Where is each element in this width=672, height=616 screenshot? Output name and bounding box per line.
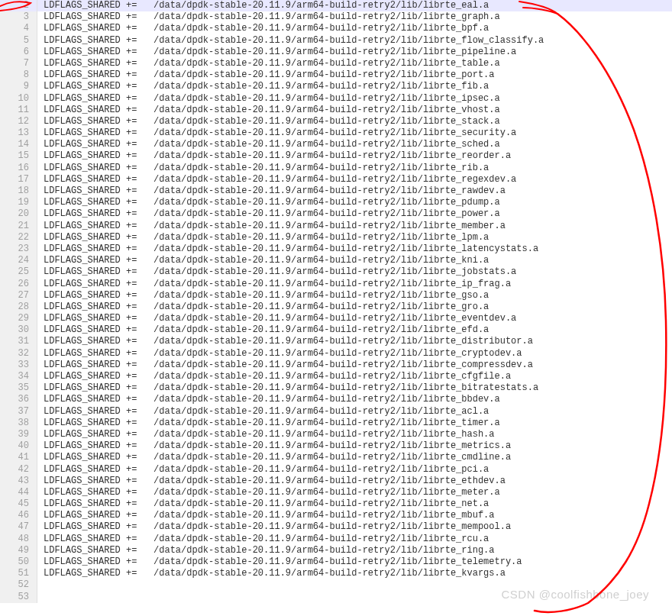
code-line[interactable]: 27LDFLAGS_SHARED += /data/dpdk-stable-20…	[0, 290, 672, 302]
code-text[interactable]: LDFLAGS_SHARED += /data/dpdk-stable-20.1…	[37, 324, 672, 336]
code-line[interactable]: 16LDFLAGS_SHARED += /data/dpdk-stable-20…	[0, 163, 672, 174]
code-text[interactable]: LDFLAGS_SHARED += /data/dpdk-stable-20.1…	[37, 243, 672, 255]
code-line[interactable]: 17LDFLAGS_SHARED += /data/dpdk-stable-20…	[0, 174, 672, 185]
code-text[interactable]: LDFLAGS_SHARED += /data/dpdk-stable-20.1…	[37, 336, 672, 347]
code-line[interactable]: 9LDFLAGS_SHARED += /data/dpdk-stable-20.…	[0, 81, 672, 92]
code-text[interactable]: LDFLAGS_SHARED += /data/dpdk-stable-20.1…	[37, 534, 672, 545]
code-text[interactable]: LDFLAGS_SHARED += /data/dpdk-stable-20.1…	[37, 464, 672, 476]
code-line[interactable]: 2LDFLAGS_SHARED += /data/dpdk-stable-20.…	[0, 0, 672, 11]
code-line[interactable]: 48LDFLAGS_SHARED += /data/dpdk-stable-20…	[0, 534, 672, 545]
code-text[interactable]: LDFLAGS_SHARED += /data/dpdk-stable-20.1…	[37, 93, 672, 105]
code-line[interactable]: 51LDFLAGS_SHARED += /data/dpdk-stable-20…	[0, 568, 672, 579]
code-line[interactable]: 24LDFLAGS_SHARED += /data/dpdk-stable-20…	[0, 255, 672, 266]
code-text[interactable]: LDFLAGS_SHARED += /data/dpdk-stable-20.1…	[37, 150, 672, 162]
code-line[interactable]: 49LDFLAGS_SHARED += /data/dpdk-stable-20…	[0, 545, 672, 556]
code-text[interactable]: LDFLAGS_SHARED += /data/dpdk-stable-20.1…	[37, 487, 672, 498]
code-text[interactable]: LDFLAGS_SHARED += /data/dpdk-stable-20.1…	[37, 429, 672, 440]
code-text[interactable]: LDFLAGS_SHARED += /data/dpdk-stable-20.1…	[37, 545, 672, 556]
code-line[interactable]: 53	[0, 592, 672, 603]
code-line[interactable]: 45LDFLAGS_SHARED += /data/dpdk-stable-20…	[0, 498, 672, 510]
code-text[interactable]: LDFLAGS_SHARED += /data/dpdk-stable-20.1…	[37, 232, 672, 243]
code-line[interactable]: 23LDFLAGS_SHARED += /data/dpdk-stable-20…	[0, 243, 672, 255]
code-text[interactable]: LDFLAGS_SHARED += /data/dpdk-stable-20.1…	[37, 58, 672, 69]
code-line[interactable]: 43LDFLAGS_SHARED += /data/dpdk-stable-20…	[0, 476, 672, 487]
code-line[interactable]: 21LDFLAGS_SHARED += /data/dpdk-stable-20…	[0, 221, 672, 232]
code-line[interactable]: 31LDFLAGS_SHARED += /data/dpdk-stable-20…	[0, 336, 672, 347]
code-line[interactable]: 33LDFLAGS_SHARED += /data/dpdk-stable-20…	[0, 360, 672, 371]
code-text[interactable]: LDFLAGS_SHARED += /data/dpdk-stable-20.1…	[37, 498, 672, 510]
code-text[interactable]	[37, 579, 672, 591]
code-line[interactable]: 38LDFLAGS_SHARED += /data/dpdk-stable-20…	[0, 418, 672, 429]
code-text[interactable]: LDFLAGS_SHARED += /data/dpdk-stable-20.1…	[37, 476, 672, 487]
code-text[interactable]: LDFLAGS_SHARED += /data/dpdk-stable-20.1…	[37, 452, 672, 463]
code-line[interactable]: 28LDFLAGS_SHARED += /data/dpdk-stable-20…	[0, 302, 672, 313]
code-text[interactable]: LDFLAGS_SHARED += /data/dpdk-stable-20.1…	[37, 279, 672, 290]
code-line[interactable]: 47LDFLAGS_SHARED += /data/dpdk-stable-20…	[0, 521, 672, 533]
code-text[interactable]: LDFLAGS_SHARED += /data/dpdk-stable-20.1…	[37, 35, 672, 47]
code-text[interactable]: LDFLAGS_SHARED += /data/dpdk-stable-20.1…	[37, 348, 672, 360]
code-text[interactable]: LDFLAGS_SHARED += /data/dpdk-stable-20.1…	[37, 105, 672, 116]
code-text[interactable]: LDFLAGS_SHARED += /data/dpdk-stable-20.1…	[37, 313, 672, 324]
code-text[interactable]: LDFLAGS_SHARED += /data/dpdk-stable-20.1…	[37, 0, 672, 11]
code-line[interactable]: 25LDFLAGS_SHARED += /data/dpdk-stable-20…	[0, 266, 672, 278]
code-line[interactable]: 34LDFLAGS_SHARED += /data/dpdk-stable-20…	[0, 371, 672, 382]
code-line[interactable]: 26LDFLAGS_SHARED += /data/dpdk-stable-20…	[0, 279, 672, 290]
code-line[interactable]: 19LDFLAGS_SHARED += /data/dpdk-stable-20…	[0, 197, 672, 208]
code-text[interactable]	[37, 592, 672, 603]
code-line[interactable]: 3LDFLAGS_SHARED += /data/dpdk-stable-20.…	[0, 11, 672, 23]
code-line[interactable]: 30LDFLAGS_SHARED += /data/dpdk-stable-20…	[0, 324, 672, 336]
code-line[interactable]: 40LDFLAGS_SHARED += /data/dpdk-stable-20…	[0, 440, 672, 452]
code-line[interactable]: 37LDFLAGS_SHARED += /data/dpdk-stable-20…	[0, 406, 672, 418]
code-text[interactable]: LDFLAGS_SHARED += /data/dpdk-stable-20.1…	[37, 208, 672, 220]
code-text[interactable]: LDFLAGS_SHARED += /data/dpdk-stable-20.1…	[37, 510, 672, 521]
code-text[interactable]: LDFLAGS_SHARED += /data/dpdk-stable-20.1…	[37, 221, 672, 232]
code-line[interactable]: 46LDFLAGS_SHARED += /data/dpdk-stable-20…	[0, 510, 672, 521]
code-line[interactable]: 29LDFLAGS_SHARED += /data/dpdk-stable-20…	[0, 313, 672, 324]
code-text[interactable]: LDFLAGS_SHARED += /data/dpdk-stable-20.1…	[37, 139, 672, 150]
code-text[interactable]: LDFLAGS_SHARED += /data/dpdk-stable-20.1…	[37, 360, 672, 371]
code-text[interactable]: LDFLAGS_SHARED += /data/dpdk-stable-20.1…	[37, 406, 672, 418]
code-line[interactable]: 10LDFLAGS_SHARED += /data/dpdk-stable-20…	[0, 93, 672, 105]
code-text[interactable]: LDFLAGS_SHARED += /data/dpdk-stable-20.1…	[37, 302, 672, 313]
code-text[interactable]: LDFLAGS_SHARED += /data/dpdk-stable-20.1…	[37, 69, 672, 81]
code-editor[interactable]: 2LDFLAGS_SHARED += /data/dpdk-stable-20.…	[0, 0, 672, 603]
code-text[interactable]: LDFLAGS_SHARED += /data/dpdk-stable-20.1…	[37, 185, 672, 197]
code-line[interactable]: 15LDFLAGS_SHARED += /data/dpdk-stable-20…	[0, 150, 672, 162]
code-text[interactable]: LDFLAGS_SHARED += /data/dpdk-stable-20.1…	[37, 197, 672, 208]
code-text[interactable]: LDFLAGS_SHARED += /data/dpdk-stable-20.1…	[37, 394, 672, 405]
code-text[interactable]: LDFLAGS_SHARED += /data/dpdk-stable-20.1…	[37, 255, 672, 266]
code-line[interactable]: 22LDFLAGS_SHARED += /data/dpdk-stable-20…	[0, 232, 672, 243]
code-line[interactable]: 13LDFLAGS_SHARED += /data/dpdk-stable-20…	[0, 127, 672, 139]
code-text[interactable]: LDFLAGS_SHARED += /data/dpdk-stable-20.1…	[37, 418, 672, 429]
code-line[interactable]: 42LDFLAGS_SHARED += /data/dpdk-stable-20…	[0, 464, 672, 476]
code-text[interactable]: LDFLAGS_SHARED += /data/dpdk-stable-20.1…	[37, 81, 672, 92]
code-line[interactable]: 14LDFLAGS_SHARED += /data/dpdk-stable-20…	[0, 139, 672, 150]
code-text[interactable]: LDFLAGS_SHARED += /data/dpdk-stable-20.1…	[37, 556, 672, 568]
code-text[interactable]: LDFLAGS_SHARED += /data/dpdk-stable-20.1…	[37, 163, 672, 174]
code-line[interactable]: 5LDFLAGS_SHARED += /data/dpdk-stable-20.…	[0, 35, 672, 47]
code-line[interactable]: 41LDFLAGS_SHARED += /data/dpdk-stable-20…	[0, 452, 672, 463]
code-text[interactable]: LDFLAGS_SHARED += /data/dpdk-stable-20.1…	[37, 440, 672, 452]
code-line[interactable]: 32LDFLAGS_SHARED += /data/dpdk-stable-20…	[0, 348, 672, 360]
code-text[interactable]: LDFLAGS_SHARED += /data/dpdk-stable-20.1…	[37, 521, 672, 533]
code-text[interactable]: LDFLAGS_SHARED += /data/dpdk-stable-20.1…	[37, 568, 672, 579]
code-line[interactable]: 44LDFLAGS_SHARED += /data/dpdk-stable-20…	[0, 487, 672, 498]
code-line[interactable]: 39LDFLAGS_SHARED += /data/dpdk-stable-20…	[0, 429, 672, 440]
code-line[interactable]: 50LDFLAGS_SHARED += /data/dpdk-stable-20…	[0, 556, 672, 568]
code-line[interactable]: 11LDFLAGS_SHARED += /data/dpdk-stable-20…	[0, 105, 672, 116]
code-text[interactable]: LDFLAGS_SHARED += /data/dpdk-stable-20.1…	[37, 47, 672, 58]
code-line[interactable]: 18LDFLAGS_SHARED += /data/dpdk-stable-20…	[0, 185, 672, 197]
code-line[interactable]: 4LDFLAGS_SHARED += /data/dpdk-stable-20.…	[0, 23, 672, 34]
code-line[interactable]: 52	[0, 579, 672, 591]
code-text[interactable]: LDFLAGS_SHARED += /data/dpdk-stable-20.1…	[37, 127, 672, 139]
code-text[interactable]: LDFLAGS_SHARED += /data/dpdk-stable-20.1…	[37, 23, 672, 34]
code-text[interactable]: LDFLAGS_SHARED += /data/dpdk-stable-20.1…	[37, 11, 672, 23]
code-text[interactable]: LDFLAGS_SHARED += /data/dpdk-stable-20.1…	[37, 382, 672, 394]
code-text[interactable]: LDFLAGS_SHARED += /data/dpdk-stable-20.1…	[37, 174, 672, 185]
code-line[interactable]: 36LDFLAGS_SHARED += /data/dpdk-stable-20…	[0, 394, 672, 405]
code-line[interactable]: 35LDFLAGS_SHARED += /data/dpdk-stable-20…	[0, 382, 672, 394]
code-text[interactable]: LDFLAGS_SHARED += /data/dpdk-stable-20.1…	[37, 266, 672, 278]
code-line[interactable]: 20LDFLAGS_SHARED += /data/dpdk-stable-20…	[0, 208, 672, 220]
code-line[interactable]: 12LDFLAGS_SHARED += /data/dpdk-stable-20…	[0, 116, 672, 127]
code-text[interactable]: LDFLAGS_SHARED += /data/dpdk-stable-20.1…	[37, 371, 672, 382]
